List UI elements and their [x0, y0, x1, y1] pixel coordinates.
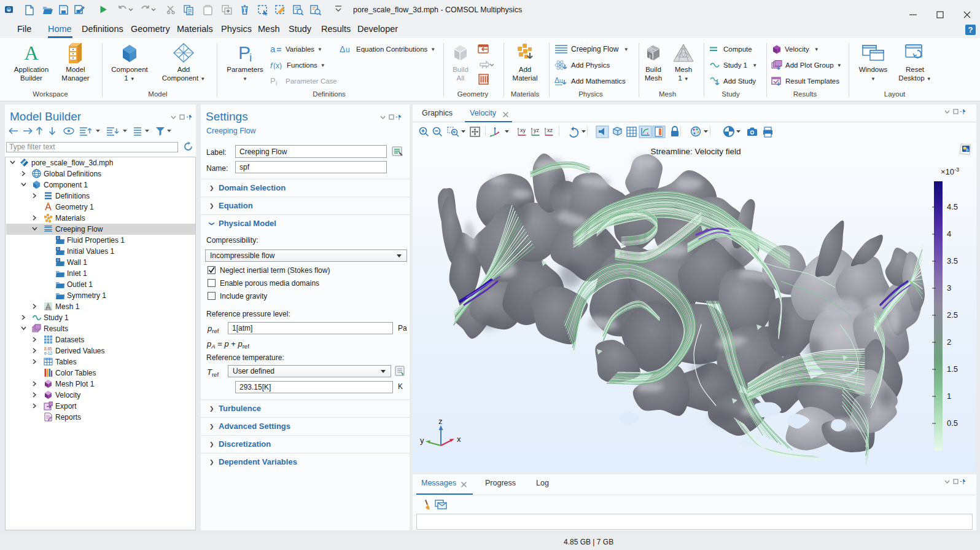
svg-text:1.5: 1.5 [947, 364, 958, 374]
svg-text:D: D [56, 236, 60, 240]
svg-text:2.5: 2.5 [947, 310, 958, 320]
svg-text:D: D [56, 247, 60, 251]
svg-text:z: z [438, 417, 443, 426]
svg-text:D: D [56, 258, 60, 262]
svg-text:Δ: Δ [340, 45, 345, 53]
svg-text:4.5: 4.5 [947, 202, 958, 211]
svg-text:i: i [276, 80, 277, 85]
svg-text:Streamline: Velocity field: Streamline: Velocity field [650, 147, 741, 156]
svg-text:xy: xy [520, 127, 526, 133]
svg-text:yz: yz [534, 127, 540, 133]
svg-text:P: P [238, 43, 251, 63]
svg-text:3: 3 [947, 283, 951, 293]
svg-text:0.5: 0.5 [947, 418, 958, 428]
svg-text:3.5: 3.5 [947, 256, 958, 265]
svg-text:e-12: e-12 [44, 351, 52, 355]
svg-text:4: 4 [947, 229, 951, 238]
svg-text:P: P [270, 77, 276, 85]
svg-text:(x): (x) [273, 61, 282, 69]
svg-text:×10-3: ×10-3 [941, 167, 959, 176]
svg-text:a: a [270, 45, 276, 53]
svg-text:1: 1 [947, 391, 951, 401]
svg-text:i: i [249, 51, 252, 63]
svg-text:Δ: Δ [554, 76, 559, 85]
svg-text:8.85: 8.85 [44, 347, 52, 351]
svg-text:u: u [559, 77, 563, 84]
svg-text:xz: xz [547, 127, 553, 133]
svg-text:x: x [457, 434, 461, 444]
svg-text:y: y [420, 436, 424, 445]
svg-text:u: u [346, 45, 350, 53]
svg-text:2: 2 [947, 337, 951, 347]
svg-text:A: A [24, 42, 38, 63]
